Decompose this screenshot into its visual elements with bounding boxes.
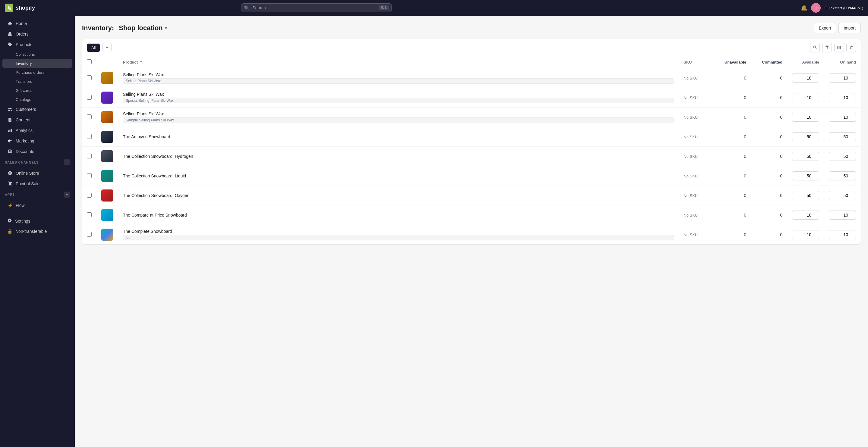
row-image-cell	[96, 88, 118, 107]
product-thumbnail	[101, 111, 113, 123]
filter-button[interactable]	[822, 43, 832, 53]
product-name[interactable]: Selling Plans Ski Wax	[123, 72, 674, 77]
select-all-checkbox[interactable]	[87, 59, 92, 64]
on-hand-input-2[interactable]	[829, 113, 856, 122]
row-checkbox-cell	[82, 186, 96, 205]
sidebar-item-marketing[interactable]: Marketing	[2, 136, 72, 146]
product-name[interactable]: Selling Plans Ski Wax	[123, 92, 674, 97]
row-checkbox-0[interactable]	[87, 75, 92, 80]
sales-channels-expand[interactable]: +	[64, 159, 70, 165]
import-button[interactable]: Import	[838, 23, 861, 33]
row-checkbox-2[interactable]	[87, 115, 92, 119]
col-product[interactable]: Product ⇅	[118, 56, 679, 68]
sidebar-item-non-transferable[interactable]: 🔒 Non-transferable	[2, 226, 72, 236]
location-dropdown[interactable]: Shop location ▼	[116, 23, 170, 33]
on-hand-input-4[interactable]	[829, 152, 856, 161]
page-title-row: Inventory: Shop location ▼	[82, 23, 170, 33]
row-sku-cell: No SKU	[679, 88, 715, 107]
available-input-8[interactable]	[792, 230, 819, 239]
col-sku: SKU	[679, 56, 715, 68]
row-unavailable-cell: 0	[715, 68, 751, 88]
row-on-hand-cell	[824, 147, 861, 166]
sidebar-item-purchase-orders[interactable]: Purchase orders	[2, 68, 72, 77]
all-tab[interactable]: All	[87, 43, 100, 52]
sidebar: Home Orders Products Collections Invento…	[0, 15, 75, 447]
logo[interactable]: shopify	[5, 4, 35, 12]
row-checkbox-8[interactable]	[87, 232, 92, 237]
available-input-4[interactable]	[792, 152, 819, 161]
sidebar-item-online-store[interactable]: Online Store	[2, 168, 72, 178]
sidebar-item-customers[interactable]: Customers	[2, 104, 72, 115]
product-name[interactable]: The Compare at Price Snowboard	[123, 213, 674, 218]
online-store-icon	[7, 170, 13, 176]
row-checkbox-1[interactable]	[87, 95, 92, 100]
product-name[interactable]: The Complete Snowboard	[123, 229, 674, 234]
row-committed-cell: 0	[751, 88, 787, 107]
row-image-cell	[96, 127, 118, 147]
available-input-0[interactable]	[792, 73, 819, 83]
sidebar-item-home[interactable]: Home	[2, 19, 72, 29]
sidebar-item-point-of-sale[interactable]: Point of Sale	[2, 179, 72, 189]
row-checkbox-4[interactable]	[87, 154, 92, 158]
sales-channels-label: Sales channels	[5, 161, 38, 164]
on-hand-input-3[interactable]	[829, 132, 856, 141]
search-input[interactable]	[241, 3, 392, 12]
on-hand-input-0[interactable]	[829, 73, 856, 83]
sidebar-item-non-transferable-label: Non-transferable	[16, 229, 47, 234]
sidebar-item-transfers[interactable]: Transfers	[2, 77, 72, 86]
on-hand-input-8[interactable]	[829, 230, 856, 239]
product-name[interactable]: The Collection Snowboard: Oxygen	[123, 193, 674, 198]
product-name[interactable]: Selling Plans Ski Wax	[123, 111, 674, 116]
search-bar[interactable]: 🔍 ⌘ K	[241, 3, 392, 12]
chevron-down-icon: ▼	[164, 26, 168, 30]
sidebar-item-collections[interactable]: Collections	[2, 50, 72, 59]
row-checkbox-3[interactable]	[87, 134, 92, 139]
on-hand-input-5[interactable]	[829, 171, 856, 181]
sidebar-item-content-label: Content	[16, 118, 30, 122]
available-input-5[interactable]	[792, 171, 819, 181]
available-input-3[interactable]	[792, 132, 819, 141]
product-thumbnail	[101, 189, 113, 201]
sidebar-item-catalogs[interactable]: Catalogs	[2, 95, 72, 104]
row-sku-cell: No SKU	[679, 166, 715, 186]
sidebar-item-flow[interactable]: ⚡ Flow	[2, 200, 72, 211]
sales-channels-section: Sales channels +	[0, 157, 75, 168]
sort-button[interactable]	[846, 43, 856, 53]
product-name[interactable]: The Collection Snowboard: Liquid	[123, 173, 674, 178]
available-input-7[interactable]	[792, 211, 819, 220]
product-name[interactable]: The Archived Snowboard	[123, 134, 674, 139]
settings-icon	[7, 218, 12, 224]
row-checkbox-5[interactable]	[87, 173, 92, 178]
sidebar-item-analytics-label: Analytics	[16, 128, 33, 133]
sidebar-item-discounts[interactable]: Discounts	[2, 147, 72, 157]
available-input-6[interactable]	[792, 191, 819, 200]
product-name[interactable]: The Collection Snowboard: Hydrogen	[123, 154, 674, 159]
sidebar-item-gift-cards[interactable]: Gift cards	[2, 86, 72, 95]
on-hand-input-1[interactable]	[829, 93, 856, 102]
export-button[interactable]: Export	[814, 23, 836, 33]
available-input-2[interactable]	[792, 113, 819, 122]
search-table-button[interactable]	[810, 43, 820, 53]
product-info: Selling Plans Ski Wax Selling Plans Ski …	[123, 72, 674, 84]
row-checkbox-7[interactable]	[87, 212, 92, 217]
apps-expand[interactable]: +	[64, 192, 70, 198]
sidebar-item-analytics[interactable]: Analytics	[2, 125, 72, 135]
notification-icon[interactable]: 🔔	[801, 4, 807, 11]
row-sku-cell: No SKU	[679, 68, 715, 88]
columns-button[interactable]	[834, 43, 844, 53]
row-on-hand-cell	[824, 107, 861, 127]
sort-product-icon: ⇅	[140, 61, 143, 64]
row-checkbox-6[interactable]	[87, 193, 92, 198]
row-product-cell: The Collection Snowboard: Liquid	[118, 166, 679, 186]
avatar[interactable]: Q	[811, 3, 821, 13]
sidebar-item-content[interactable]: Content	[2, 115, 72, 125]
available-input-1[interactable]	[792, 93, 819, 102]
sidebar-item-products[interactable]: Products	[2, 39, 72, 50]
on-hand-input-6[interactable]	[829, 191, 856, 200]
sidebar-item-orders[interactable]: Orders	[2, 29, 72, 39]
sidebar-item-inventory[interactable]: Inventory	[2, 59, 72, 68]
on-hand-input-7[interactable]	[829, 211, 856, 220]
add-view-button[interactable]: +	[102, 43, 112, 52]
sidebar-item-settings[interactable]: Settings	[2, 216, 72, 226]
main-content: Inventory: Shop location ▼ Export Import…	[75, 15, 868, 447]
